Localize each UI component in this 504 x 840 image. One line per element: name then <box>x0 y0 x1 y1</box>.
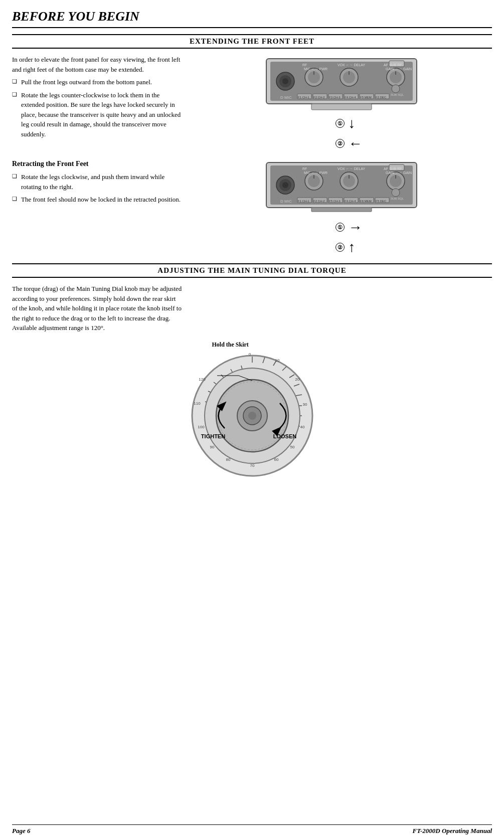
svg-point-40 <box>282 182 288 188</box>
retracting-circle-1: ① <box>335 223 345 232</box>
hold-skirt-label: Hold the Skirt <box>212 341 249 349</box>
svg-rect-71 <box>311 208 372 212</box>
svg-point-57 <box>392 189 400 197</box>
svg-text:D MIC: D MIC <box>280 199 292 204</box>
retracting-title: Retracting the Front Feet <box>12 158 183 169</box>
up-arrow-icon: ↑ <box>349 240 356 254</box>
torque-text: The torque (drag) of the Main Tuning Dia… <box>12 284 183 333</box>
dial-illustration: 0 10 20 30 40 50 60 70 80 90 100 110 120 <box>187 351 317 481</box>
svg-text:F1 CH-1: F1 CH-1 <box>298 96 309 99</box>
torque-section: The torque (drag) of the Main Tuning Dia… <box>12 284 492 481</box>
svg-text:D MIC: D MIC <box>280 95 292 100</box>
svg-text:20: 20 <box>295 377 299 382</box>
svg-rect-35 <box>311 104 372 110</box>
svg-text:10: 10 <box>275 358 279 363</box>
retracting-circle-2: ② <box>335 243 345 252</box>
svg-text:F3 CH-3: F3 CH-3 <box>329 96 341 99</box>
extending-arrow-2: ② ← <box>335 136 363 150</box>
retracting-bullets: Rotate the legs clockwise, and push them… <box>12 172 183 205</box>
svg-text:RF: RF <box>302 63 307 67</box>
svg-text:F2 CH-2: F2 CH-2 <box>313 200 325 203</box>
svg-text:TIGHTEN: TIGHTEN <box>201 433 225 439</box>
extending-visual-col: D MIC RF MIC ←→ PWR VOX ←→ DELAY AF SUB … <box>191 55 492 150</box>
svg-text:SUB SQL: SUB SQL <box>391 197 404 200</box>
footer-manual-name: FT-2000D Operating Manual <box>413 827 492 835</box>
retracting-layout: Retracting the Front Feet Rotate the leg… <box>12 158 492 254</box>
retracting-section: Retracting the Front Feet Rotate the leg… <box>12 158 492 254</box>
down-arrow-icon: ↓ <box>349 116 356 130</box>
extending-circle-2: ② <box>335 139 345 148</box>
extending-arrows: ① ↓ ② ← <box>320 116 363 150</box>
extending-bullet-2: Rotate the legs counter-clockwise to loc… <box>12 90 183 139</box>
extending-layout: In order to elevate the front panel for … <box>12 55 492 150</box>
right-arrow-icon: → <box>349 220 363 234</box>
svg-text:F4 CH-4: F4 CH-4 <box>345 96 356 99</box>
svg-text:F5 MEM: F5 MEM <box>360 96 372 99</box>
svg-text:F5 CH-3: F5 CH-3 <box>329 200 341 203</box>
svg-text:VOX ←→ DELAY: VOX ←→ DELAY <box>338 167 365 171</box>
svg-text:F2 CH-2: F2 CH-2 <box>313 96 325 99</box>
svg-text:RF: RF <box>302 167 307 171</box>
svg-text:F6 MEM: F6 MEM <box>360 200 372 203</box>
svg-point-119 <box>248 412 256 420</box>
retracting-arrow-1: ① → <box>335 220 363 234</box>
svg-text:MIC ←→ PWR: MIC ←→ PWR <box>304 171 327 175</box>
retracting-arrows: ① → ② ↑ <box>320 220 363 254</box>
extending-intro: In order to elevate the front panel for … <box>12 55 183 74</box>
svg-text:70: 70 <box>250 463 254 468</box>
extending-section-header: Extending the Front Feet <box>12 34 492 49</box>
svg-text:90: 90 <box>210 445 214 449</box>
extending-arrow-1: ① ↓ <box>335 116 356 130</box>
svg-text:GAIN ←→ GAIN: GAIN ←→ GAIN <box>386 171 412 175</box>
svg-point-4 <box>282 78 288 84</box>
extending-text-col: In order to elevate the front panel for … <box>12 55 183 150</box>
radio-device-top: D MIC RF MIC ←→ PWR VOX ←→ DELAY AF SUB … <box>261 55 422 112</box>
page-footer: Page 6 FT-2000D Operating Manual <box>12 824 492 835</box>
svg-text:110: 110 <box>194 401 201 406</box>
svg-text:F5 DEC: F5 DEC <box>376 200 387 203</box>
left-arrow-icon: ← <box>349 136 363 150</box>
svg-text:50: 50 <box>290 445 294 449</box>
dial-container: Hold the Skirt <box>182 341 322 481</box>
retracting-bullet-1: Rotate the legs clockwise, and push them… <box>12 172 183 192</box>
svg-text:VOX ←→ DELAY: VOX ←→ DELAY <box>338 63 365 67</box>
svg-text:F2 DEC: F2 DEC <box>376 96 387 99</box>
svg-text:F4 CH-4: F4 CH-4 <box>345 200 356 203</box>
svg-text:AF SUB RF: AF SUB RF <box>384 167 402 171</box>
svg-text:120: 120 <box>199 377 206 382</box>
page-title: Before You Begin <box>12 9 492 28</box>
extending-bullet-1: Pull the front legs outward from the bot… <box>12 77 183 87</box>
svg-text:30: 30 <box>302 402 307 407</box>
svg-text:F1 CH-1: F1 CH-1 <box>298 200 309 203</box>
footer-page-number: Page 6 <box>12 827 30 835</box>
radio-device-bottom: D MIC RF MIC ←→ PWR VOX ←→ DELAY AF SUB … <box>261 158 422 216</box>
svg-text:AF SUB RF: AF SUB RF <box>384 63 402 67</box>
retracting-text-col: Retracting the Front Feet Rotate the leg… <box>12 158 183 254</box>
retracting-bullet-2: The front feel should now be locked in t… <box>12 195 183 205</box>
extending-bullets: Pull the front legs outward from the bot… <box>12 77 183 139</box>
svg-text:SUB SQL: SUB SQL <box>391 93 404 96</box>
svg-point-21 <box>392 85 400 93</box>
svg-text:LOOSEN: LOOSEN <box>273 433 296 439</box>
retracting-arrow-2: ② ↑ <box>335 240 356 254</box>
svg-text:40: 40 <box>300 425 304 429</box>
svg-text:MIC ←→ PWR: MIC ←→ PWR <box>304 67 327 71</box>
svg-text:0: 0 <box>248 352 251 357</box>
extending-circle-1: ① <box>335 119 345 128</box>
svg-text:100: 100 <box>198 425 205 429</box>
svg-text:GAIN ←→ GAIN: GAIN ←→ GAIN <box>386 67 412 71</box>
torque-section-header: Adjusting the Main Tuning Dial Torque <box>12 263 492 278</box>
retracting-visual-col: D MIC RF MIC ←→ PWR VOX ←→ DELAY AF SUB … <box>191 158 492 254</box>
